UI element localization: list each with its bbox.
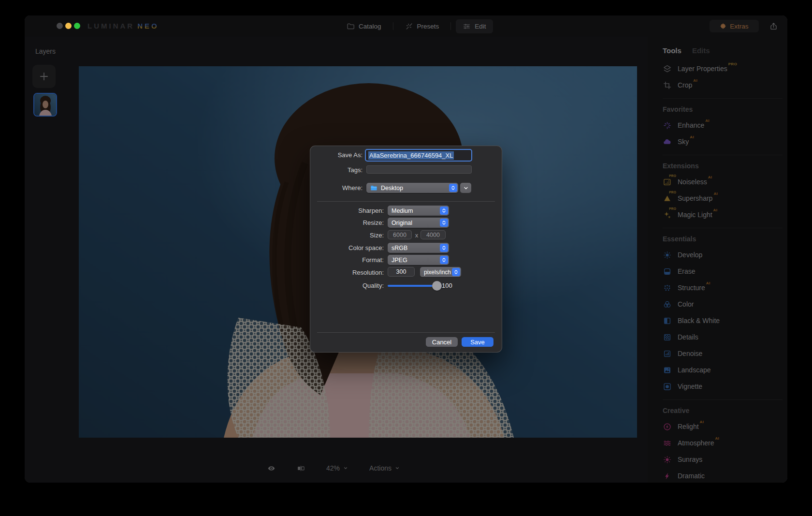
color-space-popup[interactable]: sRGB	[388, 243, 449, 253]
stepper-icon	[449, 184, 457, 192]
where-popup[interactable]: Desktop	[366, 183, 458, 193]
folder-icon	[370, 185, 377, 191]
stepper-icon	[440, 256, 448, 264]
quality-slider[interactable]	[388, 285, 437, 287]
quality-slider-knob[interactable]	[432, 281, 442, 291]
resolution-unit-popup[interactable]: pixels/inch	[420, 267, 461, 277]
resize-label: Resize:	[310, 219, 384, 226]
where-value: Desktop	[381, 185, 449, 192]
save-as-label: Save As:	[310, 151, 362, 159]
window-minimize-button[interactable]	[65, 23, 72, 29]
quality-label: Quality:	[310, 282, 384, 289]
tags-input[interactable]	[366, 165, 472, 174]
tags-label: Tags:	[310, 166, 362, 174]
color-space-label: Color space:	[310, 244, 384, 251]
resolution-input[interactable]: 300	[388, 267, 415, 277]
stepper-icon	[440, 244, 448, 252]
save-dialog: Save As: AllaSerebrina_666746594_XL Tags…	[310, 146, 502, 353]
stepper-icon	[440, 219, 448, 227]
save-as-input[interactable]: AllaSerebrina_666746594_XL	[365, 149, 472, 162]
window-zoom-button[interactable]	[74, 23, 80, 29]
stepper-icon	[440, 206, 448, 215]
size-width-input[interactable]: 6000	[388, 230, 412, 239]
resolution-label: Resolution:	[310, 269, 384, 276]
save-button[interactable]: Save	[462, 337, 493, 347]
format-label: Format:	[310, 256, 384, 264]
divider	[317, 201, 495, 202]
where-label: Where:	[310, 184, 362, 192]
cancel-button[interactable]: Cancel	[426, 337, 458, 347]
size-height-input[interactable]: 4000	[420, 230, 446, 239]
stepper-icon	[452, 268, 460, 276]
size-label: Size:	[310, 232, 384, 239]
sharpen-label: Sharpen:	[310, 207, 384, 214]
divider	[317, 332, 495, 333]
window-close-button[interactable]	[57, 23, 63, 29]
save-as-value: AllaSerebrina_666746594_XL	[368, 151, 454, 160]
quality-value: 100	[442, 282, 452, 289]
sharpen-popup[interactable]: Medium	[388, 206, 449, 216]
resize-popup[interactable]: Original	[388, 218, 449, 228]
size-separator: x	[414, 232, 420, 239]
format-popup[interactable]: JPEG	[388, 255, 449, 265]
where-expand-button[interactable]	[460, 183, 471, 193]
